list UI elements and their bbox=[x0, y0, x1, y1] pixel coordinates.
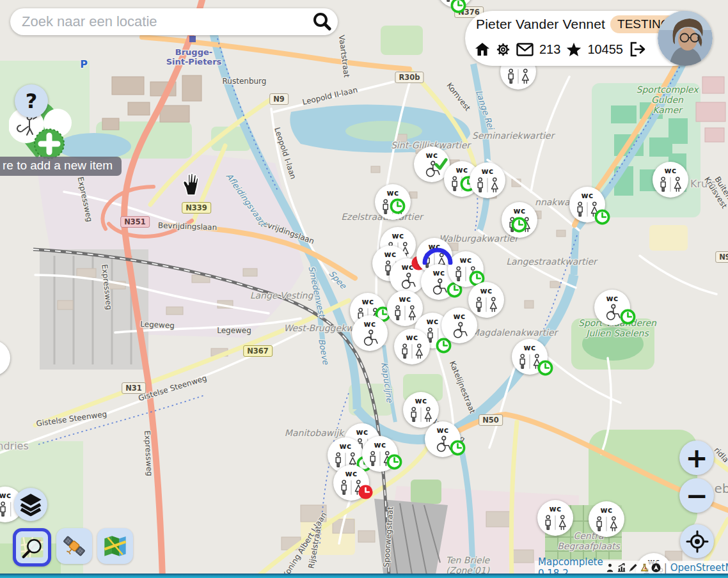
zoom-in-button[interactable]: + bbox=[679, 441, 714, 475]
background-style-osm-button[interactable] bbox=[13, 528, 51, 566]
help-button[interactable]: ? bbox=[15, 84, 48, 118]
search-input[interactable] bbox=[10, 13, 311, 30]
toilet-marker-label: wc bbox=[426, 318, 438, 325]
man-woman-pictogram bbox=[505, 68, 531, 85]
opening-hours-open-badge bbox=[450, 440, 466, 456]
user-name: Pieter Vander Vennet bbox=[476, 17, 605, 32]
logout-icon[interactable] bbox=[629, 42, 645, 57]
bottom-accent-bar bbox=[0, 574, 728, 578]
background-style-map-button[interactable] bbox=[97, 528, 133, 564]
map-stage[interactable]: Brugge- Sint-PietersPRustenburgVaartstra… bbox=[0, 0, 728, 578]
gear-icon[interactable] bbox=[496, 42, 510, 57]
toilet-marker-label: wc bbox=[399, 295, 411, 303]
toilet-marker-label: wc bbox=[455, 166, 468, 174]
toilet-marker-label: wc bbox=[664, 167, 676, 175]
stars-count: 10455 bbox=[587, 42, 623, 57]
man-woman-pictogram bbox=[399, 343, 425, 360]
man-woman-pictogram bbox=[473, 296, 499, 313]
star-icon[interactable] bbox=[566, 42, 582, 57]
labs-icon[interactable] bbox=[640, 563, 649, 573]
toilet-marker[interactable]: wc bbox=[470, 162, 505, 198]
zoom-out-button[interactable]: − bbox=[679, 478, 714, 513]
layers-button[interactable] bbox=[14, 488, 47, 521]
wheelchair-pictogram bbox=[398, 272, 417, 290]
toilet-marker[interactable]: wc bbox=[375, 184, 411, 220]
toilet-marker[interactable]: wc bbox=[653, 162, 688, 198]
toilet-marker-label: wc bbox=[356, 428, 368, 436]
toilet-marker[interactable]: wc bbox=[362, 436, 398, 472]
avatar[interactable] bbox=[658, 11, 713, 66]
toilet-marker[interactable]: wc bbox=[441, 308, 477, 343]
man-woman-pictogram bbox=[658, 176, 683, 193]
toilet-marker[interactable]: wc bbox=[394, 329, 430, 364]
toilet-marker-label: wc bbox=[392, 232, 404, 240]
opening-hours-open-badge bbox=[386, 454, 402, 470]
statistics-icon[interactable] bbox=[605, 563, 615, 573]
toilet-marker-label: wc bbox=[415, 397, 427, 405]
osm-link[interactable]: OpenStreetMap bbox=[670, 562, 728, 574]
wheelchair-pictogram bbox=[603, 304, 622, 321]
toilet-marker-label: wc bbox=[363, 320, 376, 328]
crosshair-icon bbox=[686, 530, 709, 553]
toilet-marker[interactable]: wc bbox=[448, 251, 484, 287]
toilet-marker[interactable]: wc bbox=[333, 465, 369, 501]
opening-hours-open-badge bbox=[511, 217, 527, 233]
avatar-image bbox=[658, 11, 713, 66]
home-icon[interactable] bbox=[475, 42, 490, 57]
help-label: ? bbox=[26, 89, 38, 113]
toilet-marker-label: wc bbox=[432, 269, 445, 277]
toilet-marker-label: wc bbox=[361, 298, 374, 306]
toilet-marker-label: wc bbox=[374, 441, 386, 449]
opening-hours-open-badge bbox=[620, 309, 636, 325]
toilet-marker-label: wc bbox=[481, 168, 493, 175]
wheelchair-pictogram bbox=[450, 322, 469, 339]
toilet-marker-label: wc bbox=[581, 192, 593, 199]
attribution-bar[interactable]: Mapcomplete 0.18.2 | OpenStreetMap bbox=[535, 561, 728, 575]
toilet-marker[interactable]: wc bbox=[352, 315, 388, 351]
opening-hours-open-badge bbox=[537, 360, 553, 376]
toilet-marker-label: wc bbox=[513, 207, 525, 215]
layers-icon bbox=[18, 492, 44, 517]
toilet-marker-label: wc bbox=[600, 506, 612, 514]
toilet-marker-label: wc bbox=[345, 470, 357, 478]
opening-hours-closed-badge bbox=[358, 484, 374, 500]
wheelchair-pictogram bbox=[429, 278, 448, 295]
toilet-marker-label: wc bbox=[428, 243, 440, 251]
chart-icon[interactable] bbox=[617, 563, 626, 573]
toilet-marker-label: wc bbox=[406, 334, 418, 341]
toilet-marker-label: wc bbox=[523, 344, 535, 352]
toilet-marker[interactable]: wc bbox=[537, 500, 573, 536]
opening-hours-open-badge bbox=[390, 198, 406, 214]
toilet-marker[interactable]: wc bbox=[425, 421, 461, 457]
toilet-marker-label: wc bbox=[339, 442, 351, 450]
man-woman-pictogram bbox=[542, 514, 568, 531]
add-item-tooltip: re to add a new item bbox=[0, 157, 122, 176]
toilet-marker-label: wc bbox=[480, 287, 492, 295]
man-woman-pictogram bbox=[475, 176, 500, 194]
search-icon[interactable] bbox=[311, 11, 333, 33]
toilet-marker-label: wc bbox=[549, 505, 561, 513]
toilet-marker[interactable]: wc bbox=[569, 187, 605, 223]
search-bar[interactable] bbox=[10, 8, 338, 35]
toilet-marker[interactable]: wc bbox=[403, 392, 439, 428]
zoom-in-label: + bbox=[685, 442, 708, 474]
toilet-marker[interactable]: wc bbox=[512, 339, 548, 375]
background-style-satellite-button[interactable] bbox=[56, 528, 92, 564]
mapillary-icon[interactable] bbox=[651, 563, 661, 573]
station-icon bbox=[189, 36, 196, 42]
man-woman-pictogram bbox=[392, 304, 418, 322]
mail-icon[interactable] bbox=[516, 43, 534, 56]
osm-map-icon bbox=[19, 535, 45, 560]
toilet-marker[interactable]: wc bbox=[468, 282, 504, 318]
messages-count: 213 bbox=[539, 42, 560, 57]
geolocate-button[interactable] bbox=[680, 524, 714, 558]
man-pictogram bbox=[0, 354, 1, 371]
toilet-marker-label: wc bbox=[436, 426, 448, 434]
pencil-icon[interactable] bbox=[628, 563, 638, 573]
satellite-icon bbox=[61, 533, 88, 559]
toilet-marker[interactable]: wc bbox=[589, 501, 624, 537]
man-woman-pictogram bbox=[594, 515, 619, 533]
man-woman-pictogram bbox=[408, 406, 434, 423]
toilet-marker[interactable]: wc bbox=[594, 290, 630, 325]
toilet-marker[interactable]: wc bbox=[502, 202, 537, 238]
